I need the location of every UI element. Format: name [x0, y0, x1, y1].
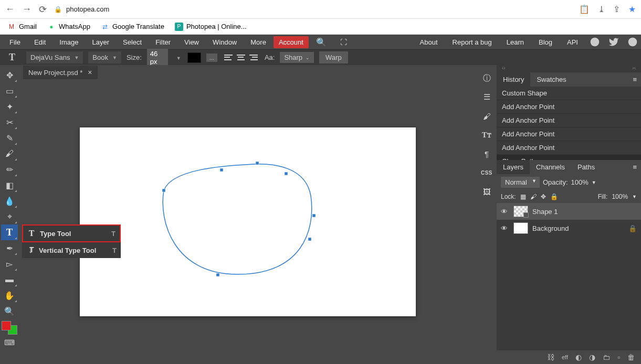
layer-mask-button[interactable]: ◐ — [575, 353, 582, 361]
keyboard-icon[interactable]: ⌨ — [1, 335, 18, 350]
zoom-tool[interactable]: 🔍 — [1, 303, 18, 319]
layer-effects-button[interactable]: eff — [562, 354, 568, 360]
menu-window[interactable]: Window — [206, 36, 243, 48]
menu-edit[interactable]: Edit — [28, 36, 52, 48]
forward-button[interactable]: → — [22, 4, 31, 15]
lock-brush-icon[interactable]: 🖌 — [530, 193, 537, 200]
visibility-toggle[interactable]: 👁 — [501, 208, 509, 216]
thumbnail-panel-button[interactable]: 🖼 — [478, 183, 496, 200]
bookmark-star-icon[interactable]: ★ — [628, 4, 636, 14]
channels-tab[interactable]: Channels — [530, 160, 571, 174]
text-color-swatch[interactable] — [187, 52, 201, 63]
pencil-tool[interactable]: ✏ — [1, 162, 18, 177]
blend-mode-dropdown[interactable]: Normal — [501, 177, 540, 188]
new-layer-button[interactable]: ▫ — [617, 353, 620, 361]
search-icon[interactable]: 🔍 — [310, 35, 333, 49]
twitter-icon[interactable] — [608, 37, 619, 47]
blog-link[interactable]: Blog — [535, 36, 555, 48]
brush-tool[interactable]: 🖌 — [1, 146, 18, 162]
account-button[interactable]: Account — [274, 36, 309, 48]
history-item[interactable]: Add Anchor Point — [497, 141, 641, 155]
lock-transparency-icon[interactable]: ▦ — [520, 193, 526, 200]
handle-right[interactable]: ›‹ — [632, 65, 636, 72]
type-tool-option[interactable]: T Type Tool T — [22, 224, 121, 242]
menu-file[interactable]: File — [3, 36, 27, 48]
crop-tool[interactable]: ✂ — [1, 114, 18, 130]
eraser-tool[interactable]: ◧ — [1, 177, 18, 193]
opacity-step[interactable]: ▼ — [592, 180, 596, 185]
layer-name[interactable]: Background — [532, 224, 569, 232]
handle-left[interactable]: ‹› — [502, 65, 506, 72]
report-bug-link[interactable]: Report a bug — [449, 36, 495, 48]
panel-menu-button[interactable]: ≡ — [628, 72, 641, 87]
move-tool[interactable]: ✥ — [1, 67, 18, 83]
align-center-button[interactable] — [235, 52, 247, 63]
history-tab[interactable]: History — [497, 72, 530, 87]
panel-menu-button[interactable]: ≡ — [628, 160, 641, 174]
api-link[interactable]: API — [564, 36, 581, 48]
url-bar[interactable]: 🔒 photopea.com — [54, 5, 572, 13]
css-panel-button[interactable]: CSS — [478, 164, 496, 181]
color-swatches[interactable] — [2, 321, 17, 335]
eyedropper-tool[interactable]: ✎ — [1, 130, 18, 146]
bookmark-gtranslate[interactable]: ⇄ Google Translate — [101, 23, 164, 31]
font-weight-dropdown[interactable]: Book — [88, 51, 121, 63]
back-button[interactable]: ← — [5, 4, 15, 15]
fill-step[interactable]: ▼ — [632, 194, 637, 199]
antialias-dropdown[interactable]: Sharp⌄ — [280, 52, 314, 63]
pen-tool[interactable]: ✒ — [1, 240, 18, 256]
brush-panel-button[interactable]: 🖌 — [478, 107, 496, 125]
learn-link[interactable]: Learn — [503, 36, 527, 48]
marquee-tool[interactable]: ▭ — [1, 83, 18, 99]
menu-select[interactable]: Select — [117, 36, 148, 48]
character-panel-button[interactable]: Tᴛ — [478, 126, 496, 144]
layer-thumb[interactable] — [513, 206, 528, 217]
history-item[interactable]: Add Anchor Point — [497, 100, 641, 114]
align-right-button[interactable] — [248, 52, 259, 63]
layers-tab[interactable]: Layers — [497, 160, 530, 174]
size-step-dropdown[interactable] — [173, 52, 182, 62]
path-select-tool[interactable]: ▻ — [1, 256, 18, 272]
document-tab[interactable]: New Project.psd * × — [23, 66, 98, 79]
about-link[interactable]: About — [417, 36, 441, 48]
fullscreen-icon[interactable]: ⛶ — [334, 36, 353, 48]
layer-row[interactable]: 👁 Background 🔒 — [497, 220, 641, 237]
share-icon[interactable]: ⇪ — [613, 4, 620, 14]
reddit-icon[interactable] — [590, 37, 600, 47]
clone-tool[interactable]: ⌖ — [1, 209, 18, 224]
history-item[interactable]: Add Anchor Point — [497, 114, 641, 127]
adjustment-layer-button[interactable]: ◑ — [589, 353, 595, 361]
opacity-value[interactable]: 100% — [571, 178, 589, 186]
shape-tool[interactable]: ▬ — [1, 272, 18, 287]
layer-name[interactable]: Shape 1 — [532, 208, 558, 216]
visibility-toggle[interactable]: 👁 — [501, 224, 509, 232]
lock-move-icon[interactable]: ✥ — [541, 193, 546, 200]
menu-more[interactable]: More — [244, 36, 272, 48]
menu-image[interactable]: Image — [53, 36, 85, 48]
char-panel-button[interactable]: ... — [206, 53, 217, 62]
close-tab-button[interactable]: × — [88, 68, 92, 77]
paragraph-panel-button[interactable]: ¶ — [478, 145, 496, 163]
install-icon[interactable]: ⤓ — [598, 4, 605, 14]
menu-view[interactable]: View — [178, 36, 205, 48]
paths-tab[interactable]: Paths — [571, 160, 601, 174]
layer-thumb[interactable] — [513, 222, 528, 234]
bookmark-whatsapp[interactable]: ● WhatsApp — [47, 23, 90, 31]
history-item[interactable]: Custom Shape — [497, 87, 641, 100]
fill-value[interactable]: 100% — [612, 193, 628, 200]
align-left-button[interactable] — [223, 52, 234, 63]
history-item[interactable]: Add Anchor Point — [497, 127, 641, 141]
hand-tool[interactable]: ✋ — [1, 287, 18, 303]
type-tool[interactable]: T T Type Tool T ↓T Vertical Type Tool T — [1, 224, 18, 240]
font-family-dropdown[interactable]: DejaVu Sans — [26, 51, 83, 63]
wand-tool[interactable]: ✦ — [1, 99, 18, 114]
adjust-panel-button[interactable]: ☰ — [478, 88, 496, 106]
bookmark-photopea[interactable]: P Photopea | Online... — [175, 23, 247, 31]
link-layers-button[interactable]: ⛓ — [547, 353, 554, 361]
blur-tool[interactable]: 💧 — [1, 193, 18, 209]
layer-row[interactable]: 👁 Shape 1 — [497, 203, 641, 220]
canvas[interactable] — [80, 127, 416, 316]
lock-all-icon[interactable]: 🔒 — [550, 193, 558, 200]
vertical-type-tool-option[interactable]: ↓T Vertical Type Tool T — [22, 242, 121, 258]
warp-button[interactable]: Warp — [319, 51, 348, 63]
